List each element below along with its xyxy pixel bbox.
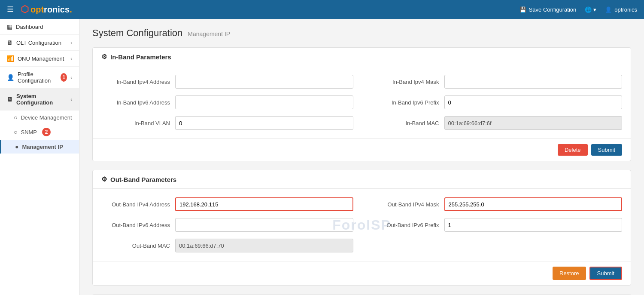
inband-mac-input [444,116,623,130]
badge-1: 1 [61,73,67,82]
chevron-icon: ‹ [70,40,72,45]
outband-ipv4-address-input[interactable] [175,197,353,211]
inband-vlan-row: In-Band VLAN [101,116,353,130]
inband-vlan-label: In-Band VLAN [101,120,170,126]
page-header: System Configuration Management IP [92,28,631,39]
inband-form-grid: In-Band Ipv4 Address In-Band Ipv4 Mask I… [101,75,622,130]
outband-ipv6-address-row: Out-Band IPv6 Address [101,218,353,232]
user-icon: 👤 [605,6,612,13]
sidebar-item-label: System Configuration [16,93,67,106]
sidebar-sub-management-ip[interactable]: ● Management IP [0,140,79,154]
system-icon: 🖥 [7,96,13,103]
sidebar-sub-label: Device Management [21,114,72,121]
outband-mac-input [175,239,353,252]
globe-icon: 🌐 [585,6,592,13]
outband-ipv4-mask-input[interactable] [444,197,623,211]
olt-icon: 🖥 [7,39,13,46]
sidebar-item-label: Profile Configuration [18,71,55,84]
outband-ipv4-mask-row: Out-Band IPv4 Mask [371,197,623,211]
chevron-icon: ‹ [70,75,72,80]
inband-ipv6-prefix-row: In-Band Ipv6 Prefix [371,95,623,109]
inband-section-body: In-Band Ipv4 Address In-Band Ipv4 Mask I… [93,66,631,138]
inband-ipv4-address-input[interactable] [175,75,353,89]
inband-ipv6-prefix-input[interactable] [444,95,623,109]
sidebar-sub-device-mgmt[interactable]: ○ Device Management [0,111,79,124]
inband-vlan-input[interactable] [175,116,353,130]
globe-arrow: ▾ [593,6,596,13]
globe-dropdown[interactable]: 🌐 ▾ [585,6,596,13]
profile-icon: 👤 [7,74,14,81]
outband-title: Out-Band Parameters [110,176,176,183]
outband-ipv6-prefix-input[interactable] [444,218,623,232]
inband-delete-button[interactable]: Delete [558,144,588,156]
sidebar-item-onu-mgmt[interactable]: 📶 ONU Management ‹ [0,51,79,67]
sidebar-item-olt-config[interactable]: 🖥 OLT Configuration ‹ [0,35,79,51]
circle-icon: ○ [14,129,17,135]
outband-submit-button[interactable]: Submit [589,267,622,280]
logo-text: optronics. [30,5,72,15]
sidebar-sub-snmp[interactable]: ○ SNMP 2 [0,124,79,140]
sidebar-item-label: ONU Management [18,55,64,62]
outband-mac-label: Out-Band MAC [101,243,170,249]
inband-submit-button[interactable]: Submit [591,144,622,156]
topnav-left: ☰ ⬡ optronics. [7,4,72,15]
page-title: System Configuration [92,28,182,39]
top-nav: ☰ ⬡ optronics. 💾 Save Configuration 🌐 ▾ … [0,0,644,19]
outband-section-body: ForoISP Out-Band IPv4 Address Out-Band I… [93,189,631,261]
outband-ipv4-mask-label: Out-Band IPv4 Mask [371,201,439,208]
outband-ipv4-address-row: Out-Band IPv4 Address [101,197,353,211]
main-content: System Configuration Management IP ⚙ In-… [79,19,644,295]
outband-section: ⚙ Out-Band Parameters ForoISP Out-Band I… [92,170,631,286]
outband-ipv6-prefix-label: Out-Band IPv6 Prefix [371,222,439,228]
logo: ⬡ optronics. [21,4,72,15]
inband-ipv4-mask-row: In-Band Ipv4 Mask [371,75,623,89]
page-subtitle: Management IP [188,31,230,37]
inband-section-footer: Delete Submit [93,138,631,161]
badge-2: 2 [42,128,51,136]
save-icon: 💾 [519,6,526,13]
topnav-right: 💾 Save Configuration 🌐 ▾ 👤 optronics [519,6,637,13]
inband-ipv4-address-label: In-Band Ipv4 Address [101,79,170,85]
outband-ipv6-prefix-row: Out-Band IPv6 Prefix [371,218,623,232]
sidebar-item-system-config[interactable]: 🖥 System Configuration ‹ [0,89,79,111]
save-config-label: Save Configuration [529,6,577,13]
inband-ipv4-mask-label: In-Band Ipv4 Mask [371,79,439,85]
save-config-button[interactable]: 💾 Save Configuration [519,6,577,13]
onu-icon: 📶 [7,55,14,62]
circle-icon: ○ [14,114,17,121]
sidebar-item-label: Dashboard [16,24,43,30]
inband-ipv6-address-input[interactable] [175,95,353,109]
outband-section-footer: Restore Submit [93,261,631,285]
outband-mac-row: Out-Band MAC [101,239,353,252]
inband-ipv4-mask-input[interactable] [444,75,623,89]
dashboard-icon: ▦ [7,23,12,30]
inband-ipv6-prefix-label: In-Band Ipv6 Prefix [371,99,439,106]
sidebar-item-profile-config[interactable]: 👤 Profile Configuration 1 ‹ [0,67,79,89]
outband-section-header: ⚙ Out-Band Parameters [93,170,631,189]
hamburger-icon[interactable]: ☰ [7,5,14,14]
sidebar: ▦ Dashboard 🖥 OLT Configuration ‹ 📶 ONU … [0,19,79,295]
outband-ipv4-address-label: Out-Band IPv4 Address [101,201,170,208]
inband-ipv6-address-row: In-Band Ipv6 Address [101,95,353,109]
inband-section-header: ⚙ In-Band Parameters [93,48,631,66]
logo-icon: ⬡ [21,4,29,15]
sidebar-sub-label: Management IP [22,144,63,150]
outband-restore-button[interactable]: Restore [553,267,586,280]
user-menu[interactable]: 👤 optronics [605,6,637,13]
inband-mac-row: In-Band MAC [371,116,623,130]
circle-filled-icon: ● [15,143,18,150]
inband-title: In-Band Parameters [110,53,171,61]
sidebar-item-dashboard[interactable]: ▦ Dashboard [0,19,79,35]
outband-ipv6-address-label: Out-Band IPv6 Address [101,222,170,228]
sidebar-item-label: OLT Configuration [16,40,61,46]
outband-form-grid: Out-Band IPv4 Address Out-Band IPv4 Mask… [101,197,622,252]
sidebar-sub-label: SNMP [21,129,37,135]
inband-section: ⚙ In-Band Parameters In-Band Ipv4 Addres… [92,47,631,161]
gear-icon: ⚙ [101,53,107,61]
inband-mac-label: In-Band MAC [371,120,439,126]
inband-ipv4-address-row: In-Band Ipv4 Address [101,75,353,89]
layout: ▦ Dashboard 🖥 OLT Configuration ‹ 📶 ONU … [0,19,644,295]
outband-ipv6-address-input[interactable] [175,218,353,232]
inband-ipv6-address-label: In-Band Ipv6 Address [101,99,170,106]
chevron-icon: ‹ [70,97,72,102]
